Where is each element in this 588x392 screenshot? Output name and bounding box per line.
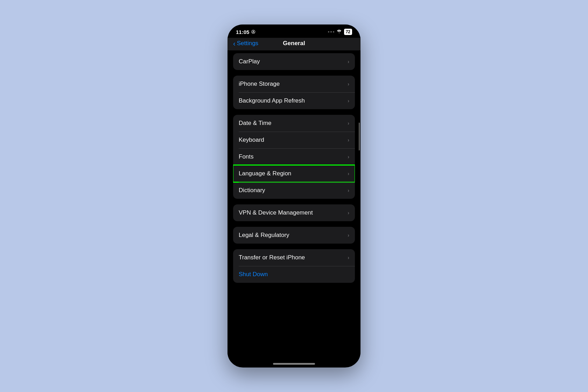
row-background-app-refresh[interactable]: Background App Refresh › xyxy=(233,92,355,109)
content-area[interactable]: CarPlay › iPhone Storage › Background Ap… xyxy=(227,50,360,362)
group-datetime: Date & Time › Keyboard › Fonts › Languag… xyxy=(233,115,355,199)
status-left: 11:05 Ⓐ xyxy=(236,29,255,35)
chevron-carplay-icon: › xyxy=(348,59,349,64)
row-keyboard-label: Keyboard xyxy=(239,136,264,144)
row-iphone-storage-right: › xyxy=(348,81,349,87)
back-button[interactable]: ‹ Settings xyxy=(233,40,258,47)
row-keyboard[interactable]: Keyboard › xyxy=(233,132,355,148)
scroll-indicator xyxy=(359,122,360,150)
row-fonts[interactable]: Fonts › xyxy=(233,148,355,165)
row-vpn[interactable]: VPN & Device Management › xyxy=(233,204,355,221)
row-iphone-storage[interactable]: iPhone Storage › xyxy=(233,76,355,92)
chevron-legal-icon: › xyxy=(348,232,349,238)
signal-dot-2 xyxy=(330,31,332,33)
chevron-language-icon: › xyxy=(348,171,349,176)
phone-container: 11:05 Ⓐ 72 ‹ Settings General xyxy=(227,24,360,368)
row-transfer-reset-right: › xyxy=(348,255,349,260)
row-iphone-storage-label: iPhone Storage xyxy=(239,80,280,88)
wifi-icon xyxy=(336,29,342,35)
row-transfer-reset[interactable]: Transfer or Reset iPhone › xyxy=(233,249,355,266)
row-language-region-label: Language & Region xyxy=(239,170,291,177)
row-carplay-right: › xyxy=(348,59,349,64)
row-shut-down-label: Shut Down xyxy=(239,271,268,278)
row-legal-label: Legal & Regulatory xyxy=(239,232,289,239)
chevron-datetime-icon: › xyxy=(348,120,349,126)
status-time: 11:05 xyxy=(236,29,249,35)
row-keyboard-right: › xyxy=(348,137,349,143)
chevron-background-icon: › xyxy=(348,98,349,104)
battery-indicator: 72 xyxy=(344,29,352,35)
group-legal: Legal & Regulatory › xyxy=(233,227,355,244)
group-transfer: Transfer or Reset iPhone › Shut Down xyxy=(233,249,355,283)
nav-title: General xyxy=(283,40,305,47)
chevron-keyboard-icon: › xyxy=(348,137,349,143)
row-carplay[interactable]: CarPlay › xyxy=(233,53,355,70)
row-fonts-right: › xyxy=(348,154,349,160)
row-dictionary[interactable]: Dictionary › xyxy=(233,182,355,199)
signal-dots xyxy=(328,31,334,33)
row-language-region[interactable]: Language & Region › xyxy=(233,165,355,182)
group-storage: iPhone Storage › Background App Refresh … xyxy=(233,76,355,109)
status-bar: 11:05 Ⓐ 72 xyxy=(227,24,360,38)
group-vpn: VPN & Device Management › xyxy=(233,204,355,221)
row-vpn-right: › xyxy=(348,210,349,216)
chevron-transfer-icon: › xyxy=(348,255,349,260)
row-language-region-right: › xyxy=(348,171,349,176)
row-legal[interactable]: Legal & Regulatory › xyxy=(233,227,355,244)
row-date-time-label: Date & Time xyxy=(239,120,272,127)
signal-dot-3 xyxy=(333,31,334,33)
row-date-time[interactable]: Date & Time › xyxy=(233,115,355,132)
row-fonts-label: Fonts xyxy=(239,153,254,160)
row-vpn-label: VPN & Device Management xyxy=(239,209,313,216)
row-transfer-reset-label: Transfer or Reset iPhone xyxy=(239,254,305,261)
row-background-app-refresh-right: › xyxy=(348,98,349,104)
row-date-time-right: › xyxy=(348,120,349,126)
bottom-spacer xyxy=(233,288,355,302)
chevron-dictionary-icon: › xyxy=(348,188,349,193)
row-dictionary-right: › xyxy=(348,188,349,193)
row-background-app-refresh-label: Background App Refresh xyxy=(239,97,305,104)
group-carplay: CarPlay › xyxy=(233,53,355,70)
chevron-storage-icon: › xyxy=(348,81,349,87)
battery-text: 72 xyxy=(346,29,350,34)
status-icon-a: Ⓐ xyxy=(251,29,255,35)
signal-dot-1 xyxy=(328,31,329,33)
back-label: Settings xyxy=(237,40,258,47)
chevron-fonts-icon: › xyxy=(348,154,349,160)
back-chevron-icon: ‹ xyxy=(233,40,236,47)
row-shut-down[interactable]: Shut Down xyxy=(233,266,355,283)
row-carplay-label: CarPlay xyxy=(239,58,260,65)
row-dictionary-label: Dictionary xyxy=(239,187,265,194)
home-indicator[interactable] xyxy=(273,363,315,365)
nav-bar: ‹ Settings General xyxy=(227,38,360,50)
chevron-vpn-icon: › xyxy=(348,210,349,216)
row-legal-right: › xyxy=(348,232,349,238)
status-right: 72 xyxy=(328,29,352,35)
